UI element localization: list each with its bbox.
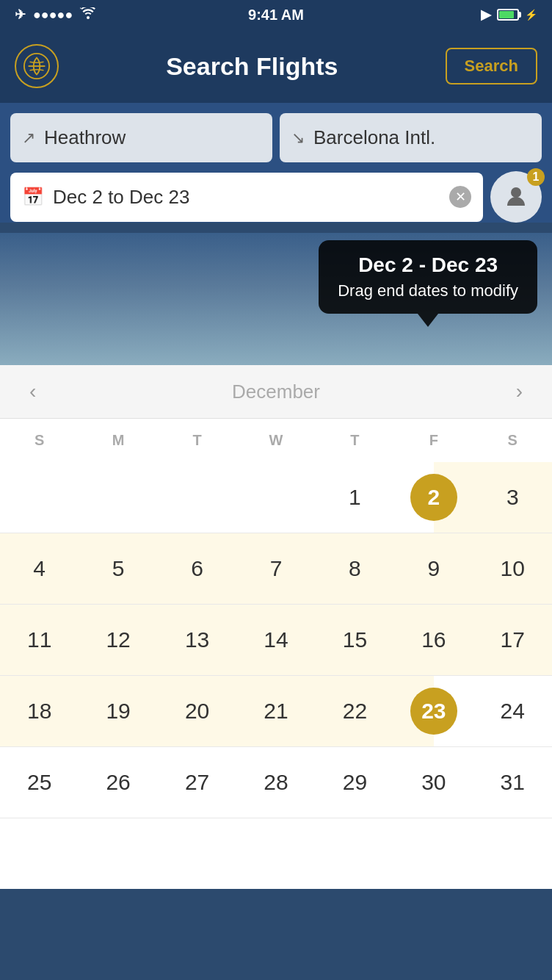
calendar-day[interactable]: 18 [0, 676, 79, 746]
calendar-day[interactable] [394, 818, 473, 889]
calendar-day[interactable]: 27 [158, 747, 236, 818]
airport-row: ↗ Heathrow ↘ Barcelona Intl. [10, 113, 542, 162]
calendar-day[interactable] [79, 818, 157, 889]
day-header-mon: M [79, 426, 157, 455]
calendar-day[interactable]: 1 [316, 462, 394, 533]
calendar-day[interactable]: 5 [79, 533, 157, 604]
origin-arrow-icon: ↗ [22, 129, 35, 148]
calendar-day[interactable]: 9 [394, 533, 473, 604]
calendar-day[interactable] [158, 818, 236, 889]
wifi-icon [80, 7, 96, 23]
calendar-day[interactable]: 31 [473, 747, 552, 818]
day-header-fri: F [394, 426, 473, 455]
day-header-wed: W [236, 426, 315, 455]
status-bar: ✈ ●●●●● 9:41 AM ▶ ⚡ [0, 0, 552, 29]
calendar-day[interactable]: 30 [394, 747, 473, 818]
calendar-day[interactable]: 23 [394, 676, 473, 746]
day-headers: S M T W T F S [0, 419, 552, 462]
prev-month-button[interactable]: ‹ [22, 377, 43, 406]
calendar-day[interactable]: 20 [158, 676, 236, 746]
tooltip-subtitle: Drag end dates to modify [338, 281, 518, 300]
origin-button[interactable]: ↗ Heathrow [10, 113, 272, 162]
calendar-day[interactable] [316, 818, 394, 889]
origin-name: Heathrow [44, 126, 126, 149]
day-header-sun: S [0, 426, 79, 455]
destination-arrow-icon: ↘ [291, 129, 305, 148]
calendar-day[interactable]: 11 [0, 605, 79, 675]
tooltip-title: Dec 2 - Dec 23 [338, 253, 518, 277]
location-icon: ▶ [481, 7, 491, 23]
passenger-button[interactable]: 1 [490, 171, 542, 223]
close-icon: ✕ [455, 189, 466, 205]
svg-point-2 [511, 187, 521, 198]
calendar-day[interactable]: 29 [316, 747, 394, 818]
calendar-day[interactable] [0, 462, 79, 533]
calendar-day[interactable]: 17 [473, 605, 552, 675]
date-tooltip: Dec 2 - Dec 23 Drag end dates to modify [319, 240, 537, 314]
clear-date-button[interactable]: ✕ [449, 186, 471, 208]
calendar-day[interactable] [473, 818, 552, 889]
header: Search Flights Search [0, 29, 552, 103]
search-fields: ↗ Heathrow ↘ Barcelona Intl. 📅 Dec 2 to … [0, 103, 552, 223]
airplane-icon: ✈ [15, 7, 26, 23]
next-month-button[interactable]: › [509, 377, 530, 406]
calendar-day[interactable]: 2 [394, 462, 473, 533]
calendar-day[interactable]: 10 [473, 533, 552, 604]
calendar-day[interactable]: 12 [79, 605, 157, 675]
calendar-day[interactable] [236, 462, 315, 533]
calendar-day[interactable]: 15 [316, 605, 394, 675]
calendar-day[interactable]: 25 [0, 747, 79, 818]
date-input[interactable]: 📅 Dec 2 to Dec 23 ✕ [10, 173, 483, 222]
calendar-day[interactable] [0, 818, 79, 889]
calendar-day[interactable] [236, 818, 315, 889]
calendar-day[interactable]: 28 [236, 747, 315, 818]
calendar-section: ‹ December › S M T W T F S 1234567891011… [0, 365, 552, 889]
status-time: 9:41 AM [248, 7, 304, 24]
calendar-day[interactable]: 19 [79, 676, 157, 746]
date-row: 📅 Dec 2 to Dec 23 ✕ 1 [10, 171, 542, 223]
app-logo[interactable] [15, 44, 59, 88]
destination-name: Barcelona Intl. [313, 126, 435, 149]
day-header-thu: T [316, 426, 394, 455]
tooltip-arrow-icon [418, 314, 438, 327]
calendar-day[interactable]: 21 [236, 676, 315, 746]
page-title: Search Flights [166, 52, 338, 81]
status-left: ✈ ●●●●● [15, 7, 96, 23]
day-header-sat: S [473, 426, 552, 455]
search-button[interactable]: Search [446, 48, 537, 84]
date-range-text: Dec 2 to Dec 23 [53, 186, 440, 209]
calendar-day[interactable]: 24 [473, 676, 552, 746]
bolt-icon: ⚡ [525, 9, 537, 21]
passenger-count: 1 [527, 168, 545, 186]
destination-button[interactable]: ↘ Barcelona Intl. [280, 113, 542, 162]
calendar-icon: 📅 [22, 187, 44, 207]
calendar-grid: 1234567891011121314151617181920212223242… [0, 462, 552, 889]
calendar-day[interactable]: 6 [158, 533, 236, 604]
calendar-day[interactable]: 26 [79, 747, 157, 818]
battery-icon [497, 9, 519, 21]
calendar-nav: ‹ December › [0, 365, 552, 419]
calendar-background: Dec 2 - Dec 23 Drag end dates to modify [0, 233, 552, 365]
month-title: December [232, 381, 320, 403]
day-header-tue: T [158, 426, 236, 455]
calendar-day[interactable]: 3 [473, 462, 552, 533]
calendar-day[interactable]: 16 [394, 605, 473, 675]
calendar-day[interactable]: 7 [236, 533, 315, 604]
calendar-day[interactable]: 14 [236, 605, 315, 675]
calendar-day[interactable]: 22 [316, 676, 394, 746]
calendar-day[interactable]: 8 [316, 533, 394, 604]
calendar-day[interactable] [79, 462, 157, 533]
status-right: ▶ ⚡ [481, 7, 537, 23]
calendar-day[interactable] [158, 462, 236, 533]
calendar-day[interactable]: 13 [158, 605, 236, 675]
signal-dots: ●●●●● [33, 7, 73, 23]
calendar-day[interactable]: 4 [0, 533, 79, 604]
